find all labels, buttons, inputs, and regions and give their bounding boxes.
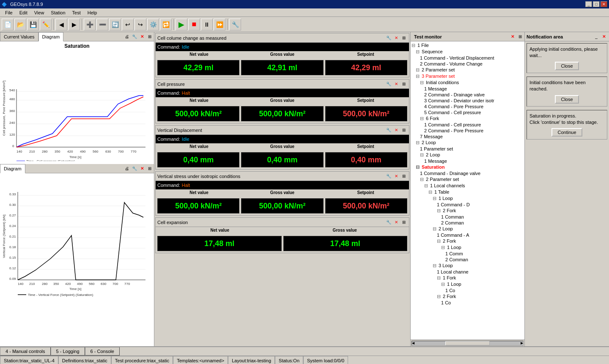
tree-item[interactable]: 5 Command - Cell pressure xyxy=(411,109,524,115)
diagram-settings-icon[interactable]: 🔧 xyxy=(131,165,138,172)
close-button[interactable]: ✕ xyxy=(601,1,607,7)
tree-item[interactable]: ⊟ Sequence xyxy=(411,49,524,55)
tree-item[interactable]: 2 Command - Volume Change xyxy=(411,61,524,67)
toolbar-save[interactable]: 💾 xyxy=(27,19,39,30)
tree-item[interactable]: ⊟ Saturation xyxy=(411,164,524,170)
bottom-tab-logging[interactable]: 5 - Logging xyxy=(51,347,85,356)
tree-item[interactable]: 3 Command - Deviator under isotr xyxy=(411,98,524,104)
status-status[interactable]: Status:On xyxy=(275,356,303,364)
tree-item[interactable]: ⊟ 2 Fork xyxy=(411,293,524,300)
cell-volume-settings-icon[interactable]: 🔧 xyxy=(385,35,392,41)
maximize-button[interactable]: □ xyxy=(593,1,600,7)
tree-item[interactable]: ⊟ 2 Fork xyxy=(411,208,524,214)
tree-item[interactable]: 1 Command - A xyxy=(411,232,524,238)
diagram-print-icon[interactable]: 🖨 xyxy=(123,165,130,172)
close-panel-icon[interactable]: ✕ xyxy=(139,33,145,40)
status-test-procedure[interactable]: Test procedure:triax_static xyxy=(111,356,173,364)
notification-close-button-1[interactable]: Close xyxy=(555,62,579,70)
tree-item[interactable]: 4 Command - Pore Pressure xyxy=(411,104,524,109)
tree-item[interactable]: ⊟ 2 Fork xyxy=(411,238,524,244)
tree-item[interactable]: 1 Command - Vertical Displacement xyxy=(411,55,524,61)
expand-icon[interactable]: ⊞ xyxy=(146,33,153,40)
vertical-displacement-settings-icon[interactable]: 🔧 xyxy=(385,127,392,134)
tree-item[interactable]: ⊟ 2 Loop xyxy=(411,152,524,158)
bottom-tab-console[interactable]: 6 - Console xyxy=(85,347,120,356)
tree-item[interactable]: ⊟ 3 Parameter set xyxy=(411,73,524,79)
tree-item[interactable]: 7 Message xyxy=(411,134,524,140)
status-station[interactable]: Station:triax_static_UL-4 xyxy=(0,356,58,364)
vertical-stress-close-icon[interactable]: ✕ xyxy=(393,173,400,180)
toolbar-add[interactable]: ➕ xyxy=(84,19,96,30)
tree-item[interactable]: ⊟ 6 Fork xyxy=(411,115,524,122)
toolbar-fwd[interactable]: ▶ xyxy=(68,19,80,30)
status-system-load[interactable]: System load:0/0/0 xyxy=(303,356,348,364)
tree-item[interactable]: 1 Message xyxy=(411,86,524,92)
tree-item[interactable]: ⊟ 1 Table xyxy=(411,189,524,195)
menu-edit[interactable]: Edit xyxy=(16,9,31,16)
tree-item[interactable]: 1 Comm xyxy=(411,251,524,257)
toolbar-open[interactable]: 📂 xyxy=(14,19,26,30)
tree-item[interactable]: 2 Comman xyxy=(411,220,524,226)
menu-test[interactable]: Test xyxy=(69,9,84,16)
toolbar-reset[interactable]: 🔁 xyxy=(160,19,172,30)
menu-help[interactable]: Help xyxy=(84,9,101,16)
cell-expansion-expand-icon[interactable]: ⊞ xyxy=(401,219,407,226)
cell-pressure-settings-icon[interactable]: 🔧 xyxy=(385,81,392,88)
scroll-right-btn[interactable]: ▶ xyxy=(521,341,523,345)
tree-item[interactable]: 2 Command - Drainage valve xyxy=(411,92,524,98)
toolbar-tool[interactable]: 🔧 xyxy=(229,19,241,30)
tree-item[interactable]: ⊟ 1 Loop xyxy=(411,281,524,287)
tree-item[interactable]: ⊟ 1 Local channels xyxy=(411,183,524,189)
toolbar-redo[interactable]: ↪ xyxy=(134,19,146,30)
status-layout[interactable]: Layout:triax-testing xyxy=(228,356,275,364)
menu-station[interactable]: Station xyxy=(47,9,69,16)
notification-close-button-2[interactable]: Close xyxy=(555,95,579,104)
toolbar-new[interactable]: 📄 xyxy=(2,19,14,30)
cell-pressure-expand-icon[interactable]: ⊞ xyxy=(401,81,407,88)
toolbar-undo[interactable]: ↩ xyxy=(122,19,134,30)
tree-item[interactable]: ⊟ 2 Loop xyxy=(411,140,524,146)
tree-item[interactable]: ⊟ 1 File xyxy=(411,42,524,49)
vertical-displacement-expand-icon[interactable]: ⊞ xyxy=(401,127,407,134)
cell-expansion-settings-icon[interactable]: 🔧 xyxy=(385,219,392,226)
tree-item[interactable]: ⊟ Initial conditions xyxy=(411,79,524,86)
diagram-close-icon[interactable]: ✕ xyxy=(139,165,145,172)
cell-volume-close-icon[interactable]: ✕ xyxy=(393,35,400,41)
toolbar-stop[interactable]: ■ xyxy=(188,19,200,30)
tree-item[interactable]: 2 Comman xyxy=(411,257,524,263)
tree-item[interactable]: 1 Co xyxy=(411,300,524,306)
tree-item[interactable]: ⊟ 1 Loop xyxy=(411,195,524,202)
tree-item[interactable]: 1 Comman xyxy=(411,214,524,220)
toolbar-refresh[interactable]: 🔄 xyxy=(109,19,121,30)
bottom-tab-manual[interactable]: 4 - Manual controls xyxy=(0,347,51,356)
vertical-stress-settings-icon[interactable]: 🔧 xyxy=(385,173,392,180)
menu-view[interactable]: View xyxy=(31,9,48,16)
tab-diagram-top[interactable]: Diagram xyxy=(38,32,64,41)
vertical-stress-expand-icon[interactable]: ⊞ xyxy=(401,173,407,180)
toolbar-edit[interactable]: ✏️ xyxy=(40,19,52,30)
tree-item[interactable]: ⊟ 2 Parameter set xyxy=(411,67,524,73)
vertical-displacement-close-icon[interactable]: ✕ xyxy=(393,127,400,134)
tree-item[interactable]: 1 Co xyxy=(411,287,524,293)
cell-volume-expand-icon[interactable]: ⊞ xyxy=(401,35,407,41)
print-icon[interactable]: 🖨 xyxy=(123,33,130,40)
settings-icon[interactable]: 🔧 xyxy=(131,33,138,40)
tree-item[interactable]: ⊟ 1 Loop xyxy=(411,244,524,251)
toolbar-back[interactable]: ◀ xyxy=(55,19,67,30)
status-definitions[interactable]: Definitions:triax_static xyxy=(58,356,111,364)
tree-item[interactable]: 1 Command - Cell pressure xyxy=(411,122,524,128)
notification-minimize-icon[interactable]: _ xyxy=(593,33,600,40)
tree-item[interactable]: 1 Command - Drainage valve xyxy=(411,170,524,176)
tree-scrollbar-h[interactable]: ◀ ▶ xyxy=(411,339,524,346)
minimize-button[interactable]: _ xyxy=(585,1,592,7)
tree-item[interactable]: 1 Message xyxy=(411,158,524,164)
tree-item[interactable]: 1 Command - D xyxy=(411,202,524,208)
tree-item[interactable]: ⊟ 3 Loop xyxy=(411,263,524,269)
notification-continue-button[interactable]: Continue xyxy=(551,128,582,137)
toolbar-settings[interactable]: ⚙️ xyxy=(147,19,159,30)
tab-diagram-bottom[interactable]: Diagram xyxy=(0,164,25,173)
diagram-expand-icon[interactable]: ⊞ xyxy=(146,165,153,172)
toolbar-pause[interactable]: ⏸ xyxy=(201,19,213,30)
cell-pressure-close-icon[interactable]: ✕ xyxy=(393,81,400,88)
menu-file[interactable]: File xyxy=(2,9,16,16)
